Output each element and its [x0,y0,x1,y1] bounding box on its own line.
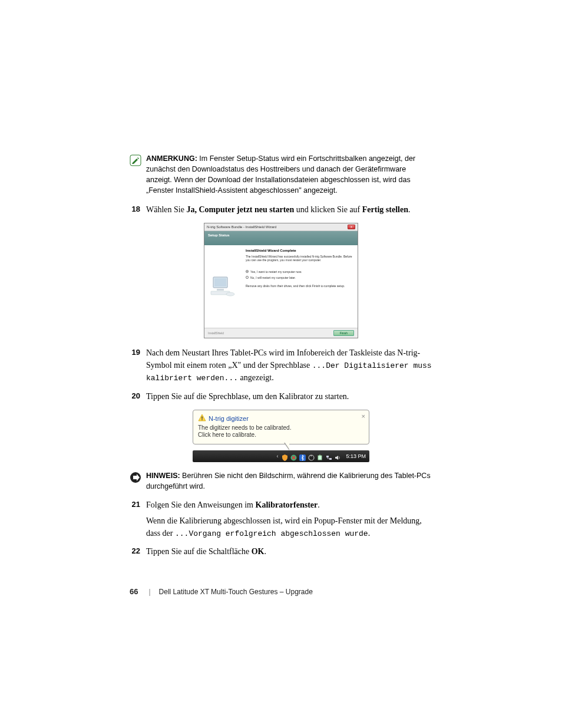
wizard-description: The InstallShield Wizard has successfull… [246,255,353,262]
step-number: 18 [130,203,146,216]
note-anmerkung-label: ANMERKUNG: [146,154,197,163]
wizard-complete-heading: InstallShield Wizard Complete [246,249,353,252]
footer-separator: | [148,588,150,596]
step-19: 19 Nach dem Neustart Ihres Tablet-PCs wi… [130,347,432,384]
battery-icon[interactable] [317,453,323,459]
document-page: ANMERKUNG: Im Fenster Setup-Status wird … [0,0,562,728]
svg-rect-13 [326,456,329,457]
close-icon[interactable]: × [362,413,365,420]
step-number: 19 [130,347,146,384]
wizard-option-restart-now[interactable]: Yes, I want to restart my computer now. [246,270,353,274]
shield-icon[interactable] [282,453,288,459]
page-number: 66 [130,587,138,596]
step-number: 21 [130,499,146,540]
wizard-title: N-trig Software Bundle - InstallShield W… [207,225,276,229]
step-number: 22 [130,545,146,558]
close-icon[interactable]: X [348,225,355,229]
note-hinweis-label: HINWEIS: [146,472,180,480]
wizard-footer: InstallShield Finish [204,328,358,338]
balloon-body: The digitizer needs to be calibrated. Cl… [198,424,364,439]
notice-arrow-icon [130,472,143,483]
wizard-figure: N-trig Software Bundle - InstallShield W… [130,223,432,338]
svg-rect-12 [319,455,320,456]
step-18: 18 Wählen Sie Ja, Computer jetzt neu sta… [130,203,432,216]
network-icon[interactable] [326,453,332,459]
step-body: Folgen Sie den Anweisungen im Kalibrator… [146,499,432,540]
step-number: 20 [130,390,146,403]
taskbar: ‹ [193,450,369,462]
note-hinweis: HINWEIS: Berühren Sie nicht den Bildschi… [130,470,432,492]
taskbar-clock[interactable]: 5:13 PM [346,453,366,459]
installshield-label: InstallShield [208,331,224,335]
installshield-wizard-window: N-trig Software Bundle - InstallShield W… [204,223,358,338]
balloon-title: N-trig digitizer [209,415,249,422]
svg-rect-7 [201,419,202,420]
svg-rect-11 [318,456,322,460]
step-body: Tippen Sie auf die Schaltfläche OK. [146,545,432,558]
svg-rect-3 [217,289,224,291]
wizard-content: InstallShield Wizard Complete The Instal… [241,245,358,328]
wizard-titlebar: N-trig Software Bundle - InstallShield W… [204,223,358,231]
step-body: Wählen Sie Ja, Computer jetzt neu starte… [146,203,432,216]
wizard-body: InstallShield Wizard Complete The Instal… [204,245,358,328]
svg-rect-6 [201,416,202,419]
balloon-title-row: N-trig digitizer [198,414,364,423]
note-hinweis-text: HINWEIS: Berühren Sie nicht den Bildschi… [146,470,432,492]
wizard-remove-disks-text: Remove any disks from their drives, and … [246,284,353,288]
step-22: 22 Tippen Sie auf die Schaltfläche OK. [130,545,432,558]
wizard-image [204,245,241,328]
volume-icon[interactable] [335,453,341,459]
balloon-figure: × N-trig digitizer The digitizer needs t… [130,410,432,462]
step-21: 21 Folgen Sie den Anweisungen im Kalibra… [130,499,432,540]
wizard-option-restart-later[interactable]: No, I will restart my computer later. [246,276,353,279]
chevron-left-icon[interactable]: ‹ [276,453,278,459]
bluetooth-icon[interactable] [299,453,306,459]
step-body: Tippen Sie auf die Sprechblase, um den K… [146,390,432,403]
step-20: 20 Tippen Sie auf die Sprechblase, um de… [130,390,432,403]
radio-selected-icon [246,270,249,273]
wizard-header: Setup Status [204,231,358,245]
svg-rect-2 [214,278,226,286]
footer-title: Dell Latitude XT Multi-Touch Gestures – … [159,588,313,596]
pencil-note-icon [130,154,143,166]
radio-unselected-icon [246,276,249,279]
sync-icon[interactable] [308,453,315,459]
step-body: Nach dem Neustart Ihres Tablet-PCs wird … [146,347,432,384]
finish-button[interactable]: Finish [333,330,354,336]
svg-point-5 [226,292,234,296]
note-anmerkung-text: ANMERKUNG: Im Fenster Setup-Status wird … [146,153,432,196]
taskbar-wrap: × N-trig digitizer The digitizer needs t… [193,410,369,462]
notification-balloon[interactable]: × N-trig digitizer The digitizer needs t… [193,410,369,444]
warning-icon [198,414,206,423]
ntrig-x-icon[interactable] [290,453,297,459]
page-footer: 66 | Dell Latitude XT Multi-Touch Gestur… [130,587,432,596]
note-anmerkung: ANMERKUNG: Im Fenster Setup-Status wird … [130,153,432,196]
